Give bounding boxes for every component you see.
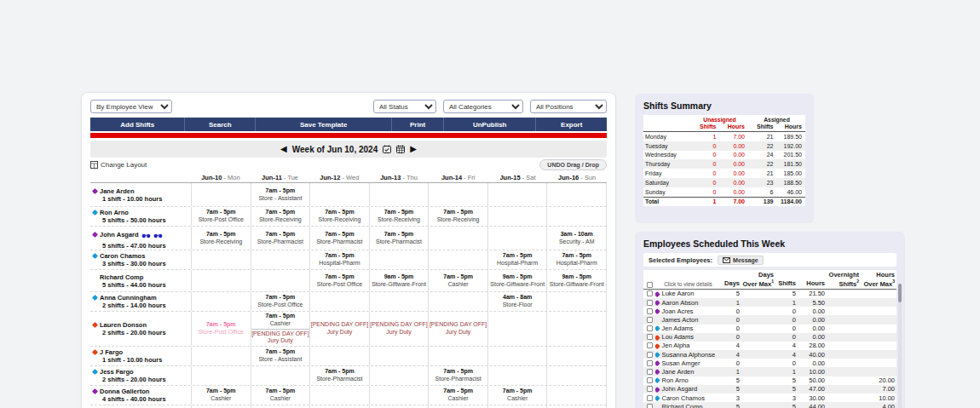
shift-cell-mon[interactable] — [191, 250, 251, 269]
employee-name[interactable]: Anna Cunningham — [100, 294, 157, 302]
shift-entry[interactable]: 9am - 5pmStore-Giftware-Front — [547, 273, 606, 290]
shift-cell-thu[interactable]: 7am - 5pmStore-Receiving — [369, 207, 429, 226]
shift-cell-sun[interactable] — [546, 183, 607, 206]
shift-cell-fri[interactable]: [PENDING DAY OFF]Jury Duty — [428, 312, 487, 346]
employee-name[interactable]: Joan Acres — [662, 307, 694, 315]
shift-entry[interactable]: [PENDING DAY OFF]Jury Duty — [310, 320, 369, 337]
employee-checkbox[interactable] — [647, 290, 653, 296]
calendar-check-icon[interactable] — [383, 145, 391, 153]
message-button[interactable]: Message — [718, 256, 764, 265]
shift-entry[interactable]: 7am - 5pmHospital-Pharm — [488, 251, 547, 268]
shift-cell-tue[interactable]: 7am - 5pmStore - Assistant — [251, 183, 310, 206]
employee-name[interactable]: Susanna Alphonse — [662, 351, 716, 359]
employee-name-cell[interactable]: Joan Acres — [655, 307, 721, 315]
shift-entry[interactable]: 3am - 10amSecurity - AM — [547, 230, 606, 247]
shift-entry[interactable]: 7am - 5pmStore-Pharmacist — [429, 367, 487, 384]
shift-cell-sun[interactable]: 7am - 5pmHospital-Pharm — [546, 250, 607, 269]
shift-entry[interactable]: 4am - 8amStore-Floor — [488, 293, 547, 310]
shift-cell-tue[interactable]: 7am - 5pmCashier — [251, 386, 310, 405]
shift-entry[interactable]: 7am - 5pmStore-Receiving — [429, 208, 487, 225]
employee-name[interactable]: Caron Chamos — [662, 394, 705, 402]
shift-cell-sun[interactable] — [546, 386, 607, 405]
shift-cell-wed[interactable] — [309, 292, 369, 311]
shift-cell-wed[interactable]: 7am - 5pmStore-Post Office — [309, 270, 369, 291]
employee-name[interactable]: Jen Adams — [662, 325, 694, 332]
toolbar-button-save-template[interactable]: Save Template — [255, 118, 391, 131]
shift-cell-sat[interactable]: 4am - 8amStore-Floor — [487, 292, 547, 311]
employee-name-cell[interactable]: Susan Amger — [655, 359, 721, 367]
shift-cell-mon[interactable]: 7am - 5pmStore-Post Office — [191, 207, 251, 226]
shift-cell-wed[interactable] — [309, 386, 369, 405]
shift-cell-sat[interactable] — [487, 183, 547, 206]
shift-entry[interactable]: 7am - 5pmStore-Receiving — [192, 230, 251, 247]
calendar-icon[interactable] — [396, 145, 405, 153]
employee-name-cell[interactable]: Susanna Alphonse — [655, 351, 721, 359]
shift-entry[interactable]: 7am - 5pmCashier — [429, 273, 487, 290]
next-week-button[interactable]: ▶ — [410, 145, 417, 153]
shift-cell-fri[interactable] — [428, 347, 487, 365]
shift-cell-thu[interactable] — [369, 292, 429, 311]
shift-cell-fri[interactable]: 7am - 5pmCashier — [428, 386, 487, 405]
shift-cell-thu[interactable]: 9am - 5pmStore-Giftware-Front — [369, 270, 429, 291]
toolbar-button-print[interactable]: Print — [391, 118, 443, 131]
employee-name[interactable]: Ron Arno — [662, 376, 689, 384]
shift-cell-tue[interactable] — [251, 270, 310, 291]
shift-entry[interactable]: 7am - 5pmCashier — [488, 387, 547, 404]
shift-entry[interactable]: 7am - 5pmHospital-Pharm — [547, 251, 606, 268]
change-layout-button[interactable]: Change Layout — [90, 161, 147, 169]
toolbar-button-add-shifts[interactable]: Add Shifts — [90, 118, 184, 131]
shift-cell-mon[interactable] — [191, 270, 251, 291]
shift-cell-sun[interactable] — [546, 292, 607, 311]
shift-cell-sat[interactable]: 9am - 5pmStore-Giftware-Front — [487, 270, 547, 291]
shift-cell-fri[interactable] — [428, 227, 487, 250]
view-select[interactable]: By Employee View — [90, 100, 172, 113]
shift-cell-tue[interactable]: 7am - 5pmStore - Assistant — [251, 347, 310, 365]
shift-cell-sat[interactable] — [487, 227, 547, 250]
employee-name-cell[interactable]: Caron Chamos — [655, 394, 721, 402]
employee-checkbox[interactable] — [647, 334, 653, 340]
shift-cell-sun[interactable] — [546, 366, 607, 385]
employee-checkbox[interactable] — [647, 325, 653, 331]
categories-select[interactable]: All Categories — [443, 100, 523, 113]
shift-entry[interactable]: 7am - 5pmStore - Assistant — [251, 187, 310, 204]
shift-cell-fri[interactable]: 7am - 5pmStore-Pharmacist — [428, 366, 487, 385]
shift-entry[interactable]: 7am - 5pmStore-Pharmacist — [310, 230, 369, 247]
undo-drag-drop-button[interactable]: UNDO Drag / Drop — [539, 159, 607, 170]
employee-checkbox[interactable] — [647, 308, 653, 314]
shift-cell-mon[interactable] — [191, 292, 251, 311]
employee-name[interactable]: Richard Comp — [662, 403, 703, 408]
shift-cell-fri[interactable] — [428, 250, 487, 269]
shift-entry[interactable]: [PENDING DAY OFF]Jury Duty — [370, 320, 429, 337]
employee-name[interactable]: John Asgard — [100, 231, 139, 238]
employee-checkbox[interactable] — [647, 395, 653, 401]
shift-cell-fri[interactable] — [428, 183, 487, 206]
shift-entry[interactable]: 7am - 5pmCashier — [251, 312, 310, 329]
employee-checkbox[interactable] — [647, 369, 653, 375]
employee-name-cell[interactable]: Aaron Abson — [655, 299, 721, 307]
shift-entry[interactable]: [PENDING DAY OFF]Jury Duty — [251, 329, 310, 347]
shift-cell-wed[interactable]: 7am - 5pmStore-Receiving — [309, 207, 369, 226]
toolbar-button-search[interactable]: Search — [184, 118, 255, 131]
shift-cell-fri[interactable] — [428, 292, 487, 311]
shift-entry[interactable]: 7am - 5pmStore-Post Office — [192, 208, 251, 225]
employee-name[interactable]: Luke Aaron — [662, 290, 695, 297]
shift-cell-sun[interactable] — [546, 207, 607, 226]
employee-name[interactable]: Ron Arno — [100, 209, 129, 216]
employee-checkbox[interactable] — [647, 377, 653, 383]
shift-cell-wed[interactable]: 7am - 5pmStore-Pharmacist — [309, 227, 369, 250]
employees-scrollbar[interactable] — [898, 284, 902, 408]
shift-cell-mon[interactable]: 7am - 5pmStore-Receiving — [191, 227, 251, 250]
shift-cell-sat[interactable]: 7am - 5pmHospital-Pharm — [487, 250, 547, 269]
employees-scrollbar-thumb[interactable] — [898, 284, 902, 302]
shift-entry[interactable]: 7am - 5pmStore-Post Office — [251, 293, 310, 310]
shift-cell-thu[interactable]: [PENDING DAY OFF]Jury Duty — [369, 312, 429, 346]
shift-entry[interactable]: 9am - 5pmStore-Giftware-Front — [370, 273, 429, 290]
employee-name[interactable]: Aaron Abson — [662, 299, 699, 307]
employee-name[interactable]: Susan Amger — [662, 359, 700, 367]
shift-entry[interactable]: 7am - 5pmStore-Pharmacist — [251, 230, 310, 247]
shift-cell-tue[interactable] — [251, 250, 310, 269]
employee-checkbox[interactable] — [647, 386, 653, 392]
shift-cell-wed[interactable]: 7am - 5pmHospital-Pharm — [309, 250, 369, 269]
shift-entry[interactable]: 7am - 5pmStore-Receiving — [251, 208, 310, 225]
shift-cell-sun[interactable]: 3am - 10amSecurity - AM — [546, 227, 607, 250]
